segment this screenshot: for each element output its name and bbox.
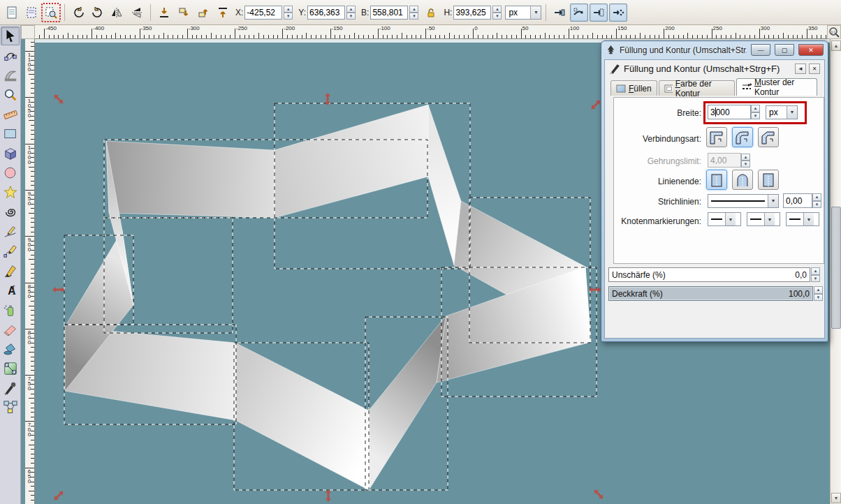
tool-node-editor[interactable]: [1, 46, 20, 65]
tool-connector[interactable]: [1, 398, 20, 417]
tool-paint-bucket[interactable]: [1, 339, 20, 358]
dialog-titlebar[interactable]: Füllung und Kontur (Umschalt+Str... — ▢ …: [601, 41, 828, 59]
stroke-style-panel: Breite: 3000 ▲▼ px ▼ Verbindungsart: Geh…: [613, 97, 824, 264]
h-ruler-label: 100: [570, 25, 579, 31]
tool-spiral[interactable]: [1, 202, 20, 221]
join-round-button[interactable]: [732, 127, 753, 147]
scrollbar-thumb[interactable]: [831, 207, 841, 329]
lower-to-bottom-button[interactable]: [155, 3, 173, 22]
width-spinner[interactable]: ▲▼: [409, 6, 418, 20]
horizontal-ruler[interactable]: -450-400-350-300-250-200-150-100-5005010…: [35, 25, 827, 39]
tool-text[interactable]: A: [1, 281, 20, 299]
zoom-1-1-button[interactable]: 1:1: [827, 25, 841, 39]
ruler-corner[interactable]: [21, 25, 35, 39]
scroll-up-icon[interactable]: ▲: [831, 40, 841, 51]
height-spinner[interactable]: ▲▼: [492, 6, 502, 20]
tab-fill[interactable]: Füllen: [610, 80, 657, 96]
chevron-down-icon: ▼: [530, 6, 541, 19]
rotate-cw-button[interactable]: [89, 3, 107, 22]
dash-row-label: Strichlinien:: [658, 197, 701, 207]
width-input[interactable]: 558,801: [370, 6, 408, 20]
top-toolbar: X: -425,52 ▲▼ Y: 636,363 ▲▼ B: 558,801 ▲…: [0, 0, 841, 25]
scroll-down-icon[interactable]: ▼: [831, 493, 841, 503]
blur-value: 0,0: [795, 270, 807, 280]
tab-stroke-paint[interactable]: Farbe der Kontur: [659, 80, 736, 96]
height-input[interactable]: 393,625: [453, 6, 491, 20]
scale-gradient-toggle[interactable]: [590, 3, 608, 22]
tool-star[interactable]: [1, 183, 20, 202]
miter-limit-spinner[interactable]: ▲▼: [741, 154, 750, 168]
tool-eraser[interactable]: [1, 320, 20, 339]
join-miter-button[interactable]: [706, 127, 727, 147]
chevron-down-icon: ▼: [768, 195, 778, 207]
cap-butt-button[interactable]: [706, 170, 727, 190]
panel-close-icon[interactable]: ✕: [809, 64, 820, 74]
tool-spray[interactable]: [1, 300, 20, 319]
tool-calligraphy[interactable]: [1, 261, 20, 280]
tool-dropper[interactable]: [1, 378, 20, 397]
blur-slider[interactable]: Unschärfe (%) 0,0: [608, 267, 810, 282]
tab-stroke-style[interactable]: Muster der Kontur: [736, 78, 817, 96]
marker-end-combo[interactable]: ▼: [786, 212, 819, 226]
dash-pattern-combo[interactable]: ▼: [708, 194, 779, 208]
scale-stroke-toggle[interactable]: [550, 3, 569, 22]
x-spinner[interactable]: ▲▼: [284, 6, 293, 20]
ribbon-star-segment[interactable]: [106, 141, 275, 218]
tool-3dbox[interactable]: [1, 144, 20, 163]
unit-value: px: [506, 8, 530, 17]
h-ruler-label: 350: [808, 25, 817, 31]
dash-offset-input[interactable]: 0,00: [783, 193, 812, 208]
zoom-to-selection-button[interactable]: [42, 3, 60, 22]
tool-selector[interactable]: [1, 27, 20, 45]
select-all-button[interactable]: [22, 3, 41, 22]
miter-limit-input[interactable]: 4,00: [708, 153, 741, 168]
opacity-slider[interactable]: Deckkraft (%) 100,0: [608, 286, 813, 301]
unit-combo[interactable]: px ▼: [505, 6, 541, 20]
tool-ellipse[interactable]: [1, 163, 20, 182]
panel-back-icon[interactable]: ◄: [795, 64, 806, 74]
document-properties-button[interactable]: [3, 3, 21, 22]
panel-header: Füllung und Kontur (Umschalt+Strg+F) ◄ ✕: [605, 60, 824, 77]
lower-one-step-button[interactable]: [175, 3, 193, 22]
tool-measure[interactable]: [1, 105, 20, 124]
marker-mid-combo[interactable]: ▼: [747, 212, 780, 226]
inkscape-window: X: -425,52 ▲▼ Y: 636,363 ▲▼ B: 558,801 ▲…: [0, 0, 841, 504]
flip-horizontal-button[interactable]: [108, 3, 126, 22]
maximize-button[interactable]: ▢: [775, 44, 794, 56]
y-spinner[interactable]: ▲▼: [346, 6, 356, 20]
tool-zoom[interactable]: [1, 85, 20, 104]
blur-spinner[interactable]: ▲▼: [811, 267, 820, 282]
raise-to-top-button[interactable]: [214, 3, 232, 22]
cap-square-button[interactable]: [758, 170, 779, 190]
h-ruler-label: -250: [236, 25, 247, 31]
tool-tweak[interactable]: [1, 66, 20, 84]
scale-pattern-toggle[interactable]: [609, 3, 627, 22]
minimize-button[interactable]: —: [751, 44, 770, 56]
cap-round-button[interactable]: [732, 170, 753, 190]
dash-offset-spinner[interactable]: ▲▼: [812, 193, 821, 208]
svg-text:1:1: 1:1: [831, 30, 836, 34]
vertical-scrollbar[interactable]: ▲ ▼: [830, 25, 841, 504]
raise-one-step-button[interactable]: [194, 3, 212, 22]
rotate-ccw-button[interactable]: [69, 3, 87, 22]
cap-button-group: [706, 170, 784, 190]
flip-vertical-button[interactable]: [128, 3, 146, 22]
x-input[interactable]: -425,52: [244, 6, 282, 20]
height-label: H:: [444, 8, 452, 17]
height-field-group: H: 393,625 ▲▼: [444, 6, 502, 20]
tool-pencil[interactable]: [1, 222, 20, 241]
tool-bezier-pen[interactable]: [1, 242, 20, 260]
join-bevel-button[interactable]: [758, 127, 779, 147]
h-ruler-label: 300: [761, 25, 770, 31]
opacity-spinner[interactable]: ▲▼: [814, 286, 823, 301]
scale-corners-toggle[interactable]: [570, 3, 588, 22]
marker-start-combo[interactable]: ▼: [708, 212, 741, 226]
h-ruler-label: -400: [93, 25, 104, 31]
tool-rectangle[interactable]: [1, 124, 20, 143]
y-input[interactable]: 636,363: [307, 6, 345, 20]
close-button[interactable]: ✕: [798, 44, 824, 56]
tool-gradient[interactable]: [1, 359, 20, 378]
h-ruler-label: -450: [45, 25, 57, 31]
vertical-ruler[interactable]: 110010501000950900850800750700650: [25, 39, 35, 504]
lock-ratio-icon[interactable]: [422, 3, 440, 22]
